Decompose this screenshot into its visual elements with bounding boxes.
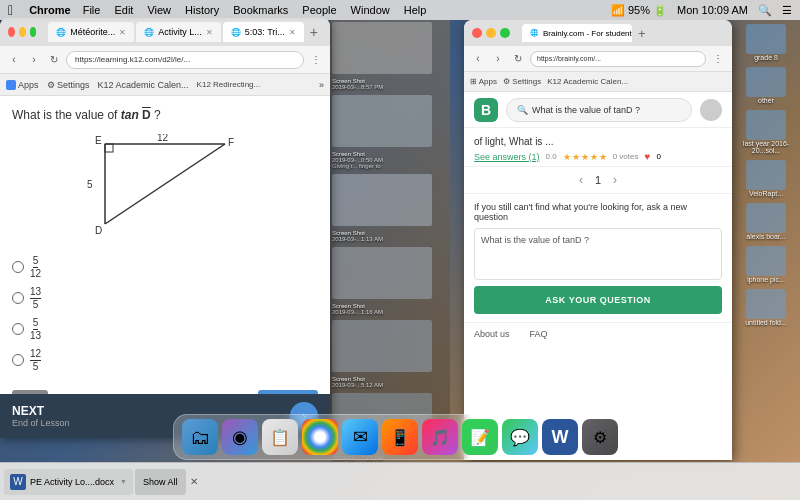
brainly-bm-k12[interactable]: K12 Academic Calen... <box>547 77 628 86</box>
thumb-4[interactable] <box>332 247 432 299</box>
tab-activity[interactable]: 🌐 Activity L... ✕ <box>136 22 221 42</box>
dock-mail[interactable]: ✉ <box>342 419 378 455</box>
new-tab-button[interactable]: + <box>306 24 322 40</box>
dock-word[interactable]: W <box>542 419 578 455</box>
lesson-end-text: NEXT End of Lesson <box>12 404 70 428</box>
dock-siri[interactable]: ◉ <box>222 419 258 455</box>
ask-question-button[interactable]: ASK YOUR QUESTION <box>474 286 722 314</box>
tab-503-text: 5:03: Tri... <box>245 27 285 37</box>
dock-system-prefs[interactable]: ⚙ <box>582 419 618 455</box>
extensions-button[interactable]: ⋮ <box>308 52 324 68</box>
brainly-user-avatar[interactable] <box>700 99 722 121</box>
brainly-tabs: 🌐 Brainly.com - For students, B... ✕ + <box>522 24 650 42</box>
show-all-button[interactable]: Show All <box>135 469 186 495</box>
footer-faq[interactable]: FAQ <box>530 329 548 339</box>
maximize-button[interactable] <box>30 27 37 37</box>
desktop-icon-grade8[interactable]: grade 8 <box>736 24 796 61</box>
brainly-more-button[interactable]: ⋮ <box>710 51 726 67</box>
brainly-new-tab[interactable]: + <box>634 26 650 41</box>
menu-bookmarks[interactable]: Bookmarks <box>233 4 288 16</box>
brainly-see-answers: See answers (1) 0.0 ★ ★ ★ ★ ★ 0 votes ♥ … <box>464 151 732 166</box>
brainly-search-bar[interactable]: 🔍 What is the value of tanD ? <box>506 98 692 122</box>
desktop-icon-alexis[interactable]: alexis boar... <box>736 203 796 240</box>
brainly-bm-apps[interactable]: ⊞ Apps <box>470 77 497 86</box>
radio-3[interactable] <box>12 323 24 335</box>
tab-activity-close[interactable]: ✕ <box>206 28 213 37</box>
menu-history[interactable]: History <box>185 4 219 16</box>
bookmark-redirecting[interactable]: K12 Redirecting... <box>197 80 261 89</box>
dock-app2[interactable]: 📱 <box>382 419 418 455</box>
more-bookmarks[interactable]: » <box>319 80 324 90</box>
desktop-icon-iphone[interactable]: iphone pic... <box>736 246 796 283</box>
see-answers-link[interactable]: See answers (1) <box>474 152 540 162</box>
ask-question-textarea[interactable]: What is the value of tanD ? <box>474 228 722 280</box>
footer-about[interactable]: About us <box>474 329 510 339</box>
word-app-icon: W <box>552 427 569 448</box>
choice-3: 5 13 <box>12 316 318 341</box>
brainly-address-bar[interactable]: https://brainly.com/... <box>530 51 706 67</box>
brainly-bm-settings[interactable]: ⚙ Settings <box>503 77 541 86</box>
desktop:  Chrome File Edit View History Bookmark… <box>0 0 800 500</box>
screen-thumbnails: Screen Shot2019-03-...8:57 PM Screen Sho… <box>332 22 442 461</box>
thumb-3[interactable] <box>332 174 432 226</box>
menu-window[interactable]: Window <box>351 4 390 16</box>
thumb-5[interactable] <box>332 320 432 372</box>
bookmark-settings[interactable]: ⚙ Settings <box>47 80 90 90</box>
brainly-maximize-button[interactable] <box>500 28 510 38</box>
heart-icon[interactable]: ♥ <box>644 151 650 162</box>
radio-2[interactable] <box>12 292 24 304</box>
tab-503[interactable]: 🌐 5:03: Tri... ✕ <box>223 22 304 42</box>
taskbar-word-item[interactable]: W PE Activity Lo....docx ▼ <box>4 469 133 495</box>
taskbar-close-button[interactable]: ✕ <box>188 476 200 487</box>
search-icon[interactable]: 🔍 <box>758 4 772 17</box>
next-button[interactable]: Next ▶ <box>258 390 318 394</box>
brainly-reload-button[interactable]: ↻ <box>510 51 526 67</box>
desktop-icon-lastyear[interactable]: last year 2016-20...sol... <box>736 110 796 154</box>
brainly-tab[interactable]: 🌐 Brainly.com - For students, B... ✕ <box>522 24 632 42</box>
back-button[interactable]: ◀ <box>12 390 48 394</box>
menu-view[interactable]: View <box>147 4 171 16</box>
menu-file[interactable]: File <box>83 4 101 16</box>
control-center-icon[interactable]: ☰ <box>782 4 792 17</box>
desktop-icon-other[interactable]: other <box>736 67 796 104</box>
thumb-2[interactable] <box>332 95 432 147</box>
menu-help[interactable]: Help <box>404 4 427 16</box>
dock-app4[interactable]: 📝 <box>462 419 498 455</box>
brainly-tab-label: Brainly.com - For students, B... <box>543 29 632 38</box>
dock-app3[interactable]: 🎵 <box>422 419 458 455</box>
menu-people[interactable]: People <box>302 4 336 16</box>
dock-chrome[interactable] <box>302 419 338 455</box>
radio-1[interactable] <box>12 261 24 273</box>
next-page-button[interactable]: › <box>613 173 617 187</box>
menu-edit[interactable]: Edit <box>114 4 133 16</box>
back-nav-button[interactable]: ‹ <box>6 52 22 68</box>
dock-finder[interactable]: 🗂 <box>182 419 218 455</box>
brainly-content: B 🔍 What is the value of tanD ? of light… <box>464 92 732 460</box>
forward-nav-button[interactable]: › <box>26 52 42 68</box>
tab-503-close[interactable]: ✕ <box>289 28 296 37</box>
desktop-icon-untitled[interactable]: untitled fold... <box>736 289 796 326</box>
bookmark-k12[interactable]: K12 Academic Calen... <box>98 80 189 90</box>
rating-value: 0.0 <box>546 152 557 161</box>
tab-meteorite-close[interactable]: ✕ <box>119 28 126 37</box>
brainly-close-button[interactable] <box>472 28 482 38</box>
apple-menu[interactable]:  <box>8 2 13 18</box>
choice-2: 13 5 <box>12 285 318 310</box>
brainly-back-button[interactable]: ‹ <box>470 51 486 67</box>
desktop-icon-velorapt[interactable]: VeloRapt... <box>736 160 796 197</box>
close-button[interactable] <box>8 27 15 37</box>
bookmark-apps[interactable]: Apps <box>6 80 39 90</box>
radio-4[interactable] <box>12 354 24 366</box>
address-bar[interactable]: https://learning.k12.com/d2l/le/... <box>66 51 304 69</box>
dock-messages[interactable]: 💬 <box>502 419 538 455</box>
prev-page-button[interactable]: ‹ <box>579 173 583 187</box>
brainly-search-value: What is the value of tanD ? <box>532 105 640 115</box>
tab-activity-text: Activity L... <box>158 27 202 37</box>
tab-meteorite[interactable]: 🌐 Météorite... ✕ <box>48 22 134 42</box>
minimize-button[interactable] <box>19 27 26 37</box>
brainly-minimize-button[interactable] <box>486 28 496 38</box>
reload-button[interactable]: ↻ <box>46 52 62 68</box>
brainly-forward-button[interactable]: › <box>490 51 506 67</box>
thumb-1[interactable] <box>332 22 432 74</box>
dock-app1[interactable]: 📋 <box>262 419 298 455</box>
